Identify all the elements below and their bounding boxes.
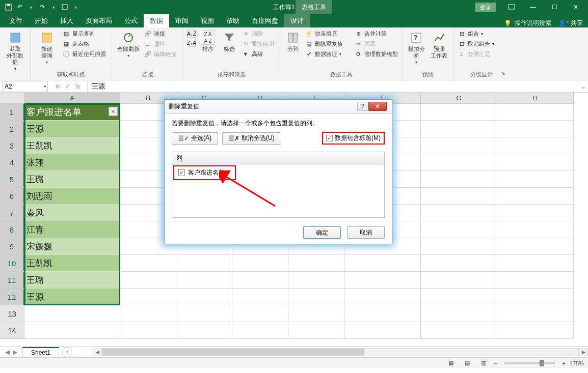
cell[interactable] [497, 171, 574, 188]
cell[interactable] [120, 272, 176, 289]
row-header-2[interactable]: 2 [0, 121, 24, 137]
cell[interactable] [421, 154, 497, 171]
tab-insert[interactable]: 插入 [54, 14, 79, 27]
cell[interactable] [288, 272, 344, 289]
sort-button[interactable]: Z AA Z 排序 [199, 30, 217, 52]
show-queries-button[interactable]: ▤显示查询 [62, 30, 106, 38]
group-button[interactable]: ⊞组合 ▾ [458, 30, 494, 38]
row-header-11[interactable]: 11 [0, 272, 24, 289]
cell[interactable] [497, 205, 574, 221]
dialog-help-button[interactable]: ? [357, 102, 368, 111]
data-validation-button[interactable]: ✔数据验证 ▾ [305, 50, 351, 58]
tab-review[interactable]: 审阅 [169, 14, 195, 27]
sheet-tab[interactable]: Sheet1 [22, 347, 59, 357]
page-break-view-icon[interactable]: ▥ [477, 359, 490, 368]
tab-help[interactable]: 帮助 [220, 14, 246, 27]
sort-asc-icon[interactable]: A↓Z [188, 30, 196, 38]
login-button[interactable]: 登录 [475, 3, 496, 12]
cell[interactable] [497, 322, 574, 339]
cell[interactable] [497, 238, 574, 255]
from-table-button[interactable]: ▦从表格 [62, 40, 106, 48]
cell[interactable] [24, 305, 120, 322]
sheet-prev-icon[interactable]: ◀ [5, 349, 10, 356]
sheet-next-icon[interactable]: ▶ [13, 349, 17, 356]
chevron-down-icon[interactable]: ▾ [49, 3, 58, 12]
row-header-3[interactable]: 3 [0, 137, 24, 154]
cell[interactable]: 客户跟进名单▾ [24, 104, 120, 121]
cell[interactable] [497, 121, 574, 137]
cell[interactable] [497, 137, 574, 154]
row-header-6[interactable]: 6 [0, 188, 24, 205]
remove-duplicates-button[interactable]: ▤删除重复值 [305, 40, 351, 48]
cell[interactable] [232, 322, 288, 339]
minimize-icon[interactable]: — [523, 1, 543, 13]
cell[interactable] [176, 289, 232, 305]
col-header-G[interactable]: G [421, 93, 497, 104]
cell[interactable]: 宋媛媛 [24, 238, 120, 255]
filter-dropdown-icon[interactable]: ▾ [109, 107, 118, 116]
cell[interactable]: 王源 [24, 289, 120, 305]
zoom-level[interactable]: 175% [570, 360, 584, 366]
cell[interactable] [344, 322, 421, 339]
ok-button[interactable]: 确定 [303, 226, 341, 239]
cell[interactable]: 张翔 [24, 154, 120, 171]
col-header-H[interactable]: H [497, 93, 574, 104]
column-checkbox-item[interactable]: ✓ 客户跟进名单 [173, 165, 236, 180]
dialog-titlebar[interactable]: 删除重复值 ? ✕ [165, 100, 392, 114]
maximize-icon[interactable]: ☐ [544, 1, 565, 13]
zoom-knob[interactable] [540, 360, 544, 366]
new-query-button[interactable]: 新建 查询 ▾ [35, 30, 59, 66]
tab-file[interactable]: 文件 [3, 14, 29, 27]
filter-button[interactable]: 筛选 [220, 30, 238, 52]
cell[interactable]: 王璐 [24, 171, 120, 188]
row-header-8[interactable]: 8 [0, 221, 24, 238]
row-header-1[interactable]: 1 [0, 104, 24, 121]
cell[interactable] [344, 305, 421, 322]
zoom-out-icon[interactable]: − [494, 360, 497, 366]
name-box[interactable]: A2 ▾ [2, 81, 48, 92]
enter-formula-icon[interactable]: ✓ [65, 83, 70, 90]
cell[interactable] [176, 322, 232, 339]
tab-baidu[interactable]: 百度网盘 [246, 14, 284, 27]
cell[interactable] [176, 255, 232, 272]
tab-view[interactable]: 视图 [195, 14, 220, 27]
tab-data[interactable]: 数据 [144, 14, 169, 27]
cell[interactable]: 王凯凯 [24, 255, 120, 272]
undo-icon[interactable]: ↶ [15, 3, 24, 12]
cell[interactable] [497, 188, 574, 205]
cell[interactable] [344, 272, 421, 289]
sort-desc-icon[interactable]: Z↓A [188, 39, 196, 47]
ribbon-display-icon[interactable] [501, 1, 522, 13]
data-has-headers-checkbox[interactable]: ✓ 数据包含标题(M) [322, 132, 385, 145]
cell[interactable]: 江青 [24, 221, 120, 238]
col-header-A[interactable]: A [24, 93, 120, 104]
cell[interactable]: 刘思雨 [24, 188, 120, 205]
cancel-formula-icon[interactable]: ✕ [55, 83, 60, 90]
cell[interactable] [421, 305, 497, 322]
cell[interactable] [421, 289, 497, 305]
horizontal-scrollbar[interactable]: ◀ ▶ [93, 348, 588, 356]
scroll-track[interactable] [102, 348, 579, 356]
cell[interactable] [497, 154, 574, 171]
connections-button[interactable]: 🔗连接 [144, 30, 176, 38]
text-to-columns-button[interactable]: 分列 [284, 30, 302, 52]
redo-icon[interactable]: ↷ [38, 3, 47, 12]
row-header-10[interactable]: 10 [0, 255, 24, 272]
chevron-down-icon[interactable]: ▾ [26, 3, 36, 12]
whatif-button[interactable]: ? 模拟分析 ▾ [407, 30, 426, 66]
row-header-7[interactable]: 7 [0, 205, 24, 221]
zoom-slider[interactable] [504, 362, 555, 364]
cell[interactable] [497, 305, 574, 322]
tab-pagelayout[interactable]: 页面布局 [79, 14, 118, 27]
cell[interactable] [497, 255, 574, 272]
zoom-in-icon[interactable]: + [562, 360, 565, 366]
cell[interactable] [288, 289, 344, 305]
cell[interactable]: 王源 [24, 121, 120, 137]
cell[interactable] [176, 305, 232, 322]
cell[interactable] [288, 322, 344, 339]
recent-sources-button[interactable]: 🕘最近使用的源 [62, 50, 106, 58]
page-layout-view-icon[interactable]: ▤ [461, 359, 473, 368]
fx-icon[interactable]: fx [75, 83, 80, 90]
row-header-5[interactable]: 5 [0, 171, 24, 188]
consolidate-button[interactable]: ⊕合并计算 [354, 30, 398, 38]
